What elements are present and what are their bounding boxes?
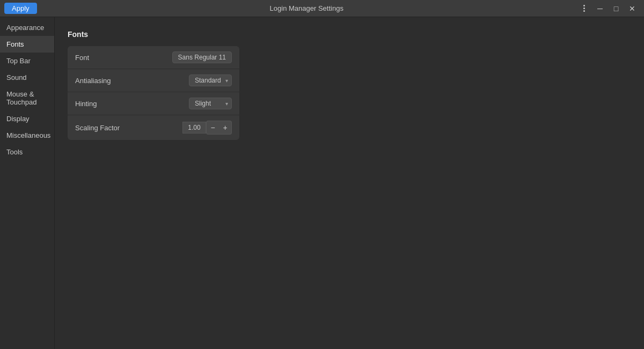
kebab-dot — [583, 8, 585, 9]
main-layout: Appearance Fonts Top Bar Sound Mouse & T… — [0, 17, 644, 349]
hinting-label: Hinting — [75, 100, 97, 108]
font-label: Font — [75, 54, 89, 62]
sidebar-item-display[interactable]: Display — [0, 110, 54, 127]
window-title: Login Manager Settings — [37, 4, 576, 12]
sidebar-item-fonts[interactable]: Fonts — [0, 36, 54, 53]
sidebar-item-label: Appearance — [6, 24, 44, 32]
hinting-value: Slight — [195, 100, 211, 107]
sidebar-item-sound[interactable]: Sound — [0, 69, 54, 86]
scaling-factor-control: 1.00 − + — [182, 121, 232, 135]
sidebar-item-label: Miscellaneous — [6, 131, 50, 139]
scaling-factor-setting-row: Scaling Factor 1.00 − + — [68, 115, 239, 140]
maximize-button[interactable]: □ — [609, 2, 624, 15]
hinting-dropdown[interactable]: Slight ▾ — [189, 98, 232, 109]
minimize-button[interactable]: ─ — [592, 2, 608, 15]
close-button[interactable]: ✕ — [625, 2, 640, 15]
scaling-factor-decrease-button[interactable]: − — [206, 121, 219, 135]
titlebar-right: ─ □ ✕ — [576, 2, 640, 15]
scaling-factor-spinbox: 1.00 − + — [182, 121, 232, 135]
hinting-control: Slight ▾ — [189, 98, 232, 109]
titlebar: Apply Login Manager Settings ─ □ ✕ — [0, 0, 644, 17]
sidebar-item-label: Top Bar — [6, 57, 31, 65]
antialiasing-setting-row: Antialiasing Standard ▾ — [68, 69, 239, 92]
sidebar-item-label: Mouse & Touchpad — [6, 90, 36, 106]
scaling-factor-increase-button[interactable]: + — [219, 121, 232, 135]
font-setting-row: Font Sans Regular 11 — [68, 46, 239, 69]
scaling-factor-label: Scaling Factor — [75, 124, 120, 132]
chevron-down-icon: ▾ — [225, 101, 228, 107]
kebab-dot — [583, 5, 585, 6]
settings-panel: Font Sans Regular 11 Antialiasing Standa… — [68, 46, 239, 140]
sidebar-item-mouse-touchpad[interactable]: Mouse & Touchpad — [0, 86, 54, 110]
sidebar-item-label: Tools — [6, 148, 23, 156]
sidebar-item-appearance[interactable]: Appearance — [0, 19, 54, 36]
scaling-factor-value: 1.00 — [182, 122, 206, 133]
sidebar-item-label: Fonts — [6, 40, 24, 48]
sidebar-item-label: Display — [6, 115, 30, 123]
menu-button[interactable] — [576, 2, 591, 15]
antialiasing-label: Antialiasing — [75, 77, 111, 85]
antialiasing-dropdown[interactable]: Standard ▾ — [189, 75, 232, 86]
font-control: Sans Regular 11 — [172, 51, 232, 63]
chevron-down-icon: ▾ — [225, 78, 228, 84]
sidebar-item-top-bar[interactable]: Top Bar — [0, 53, 54, 69]
sidebar: Appearance Fonts Top Bar Sound Mouse & T… — [0, 17, 55, 349]
antialiasing-control: Standard ▾ — [189, 75, 232, 86]
sidebar-item-label: Sound — [6, 73, 27, 81]
titlebar-left: Apply — [4, 3, 37, 14]
section-title: Fonts — [68, 30, 631, 39]
apply-button[interactable]: Apply — [4, 3, 37, 14]
sidebar-item-tools[interactable]: Tools — [0, 144, 54, 160]
content-area: Fonts Font Sans Regular 11 Antialiasing … — [55, 17, 644, 349]
sidebar-item-miscellaneous[interactable]: Miscellaneous — [0, 127, 54, 144]
antialiasing-value: Standard — [195, 77, 221, 84]
hinting-setting-row: Hinting Slight ▾ — [68, 92, 239, 115]
kebab-dot — [583, 10, 585, 12]
font-button[interactable]: Sans Regular 11 — [172, 51, 232, 63]
